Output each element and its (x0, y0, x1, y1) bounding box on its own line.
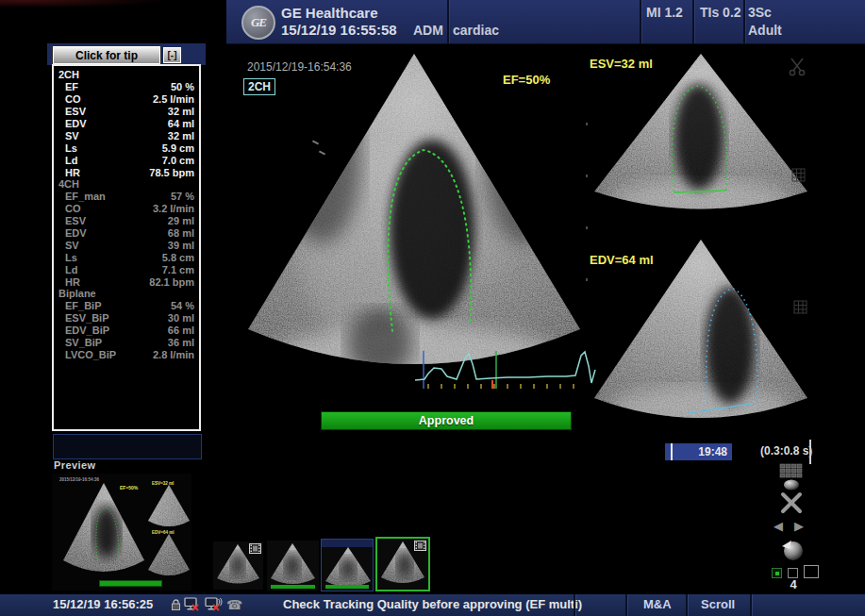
dicom-monitor-offline-icon (205, 597, 225, 612)
network-monitor-offline-icon (184, 597, 200, 612)
patient-type: Adult (748, 23, 782, 38)
study-label: cardiac (453, 23, 499, 38)
measurement-row: CO2.5 l/min (58, 93, 194, 106)
status-divider (625, 594, 627, 616)
scissors-icon[interactable] (788, 57, 807, 77)
header-divider (640, 0, 641, 43)
measurement-section-header: 2CH (58, 69, 194, 81)
measurement-row: CO3.2 l/min (58, 203, 194, 215)
echo-workstation-screen: GE GE Healthcare 15/12/19 16:55:58 ADM c… (0, 0, 865, 616)
probe-value: 3Sc (748, 5, 772, 20)
measurement-row: Ls5.9 cm (58, 142, 194, 154)
keypad-trackball-icon[interactable] (779, 463, 804, 491)
status-bar: 15/12/19 16:56:25 ☎ Check Tracking Quali… (0, 594, 865, 616)
status-datetime: 15/12/19 16:56:25 (53, 597, 153, 611)
preview-ef-label: EF=50% (120, 485, 138, 491)
preview-edv-label: EDV=64 ml (152, 530, 174, 535)
prev-arrow-icon[interactable]: ◀ (774, 519, 783, 533)
scroll-softkey[interactable]: Scroll (701, 597, 735, 611)
measurement-row: SV_BiP36 ml (58, 337, 194, 349)
thumb-approved-bar (271, 585, 314, 589)
grid-icon[interactable] (793, 300, 807, 314)
grid-icon[interactable] (791, 168, 806, 182)
page-number: 4 (784, 577, 803, 591)
preview-approved-bar (99, 580, 162, 587)
clip-thumbnail-4-selected[interactable] (375, 537, 430, 591)
measurement-row: EDV64 ml (58, 118, 194, 130)
edv-value-label: EDV=64 ml (590, 253, 654, 267)
measurement-row: LVCO_BiP2.8 l/min (58, 348, 194, 360)
esv-value-label: ESV=32 ml (590, 57, 653, 71)
film-clip-icon (249, 543, 261, 554)
results-spacer-box (53, 434, 202, 459)
esv-ultrasound-image (587, 50, 815, 225)
layout-selector (772, 565, 819, 578)
depth-marker (586, 226, 588, 229)
measurements-panel: 2CHEF50 %CO2.5 l/minESV32 mlEDV64 mlSV32… (52, 64, 201, 431)
status-message: Check Tracking Quality before approving … (283, 597, 582, 611)
cine-range-cursor[interactable] (809, 440, 811, 464)
status-divider (750, 594, 752, 616)
ge-logo-icon: GE (241, 6, 275, 40)
trackball-icon[interactable] (779, 539, 806, 561)
thumb-approved-bar (325, 585, 368, 589)
cine-position-tick[interactable] (671, 443, 673, 460)
preview-esv-label: ESV=32 ml (152, 481, 174, 486)
measurement-row: Ls5.8 cm (58, 251, 194, 263)
layout-large[interactable] (804, 565, 819, 578)
trace-tick-marks (428, 384, 574, 389)
screen-corner-artifact (0, 0, 160, 8)
cine-progress-bar[interactable]: 19:48 (665, 443, 732, 460)
status-divider (574, 594, 575, 616)
measurement-row: EF_man57 % (58, 191, 194, 203)
cine-time: 19:48 (698, 445, 727, 458)
measurement-row: ESV_BiP30 ml (58, 312, 194, 325)
measurements-list: 2CHEF50 %CO2.5 l/minESV32 mlEDV64 mlSV32… (58, 69, 194, 360)
lock-icon (171, 598, 181, 611)
measurement-row: HR78.5 bpm (58, 166, 194, 178)
ma-softkey[interactable]: M&A (643, 597, 672, 611)
clip-thumbnail-3[interactable] (321, 539, 374, 591)
operator-label: ADM (413, 23, 443, 38)
header-divider (692, 0, 694, 43)
film-clip-icon (414, 541, 426, 551)
cine-range-label: (0.3:0.8 s) (760, 444, 812, 458)
measurement-row: EDV_BiP66 ml (58, 325, 194, 337)
ecg-volume-trace (413, 349, 598, 392)
clip-thumbnail-1[interactable] (213, 541, 263, 590)
approved-button[interactable]: Approved (321, 411, 572, 430)
phone-icon: ☎ (226, 597, 242, 612)
measurement-section-header: Biplane (58, 288, 194, 300)
header-datetime: 15/12/19 16:55:58 (281, 22, 397, 38)
measurement-row: Ld7.0 cm (58, 154, 194, 166)
close-icon[interactable] (779, 491, 804, 514)
preview-thumbnail[interactable]: 2015/12/19-16:54:36 EF=50% ESV=32 ml EDV… (52, 474, 191, 591)
brand-title: GE Healthcare (281, 5, 378, 21)
header-divider (447, 0, 449, 43)
tip-button[interactable]: Click for tip (53, 46, 160, 64)
main-ultrasound-image (239, 50, 590, 397)
measurement-row: ESV32 ml (58, 106, 194, 118)
measurement-row: EDV68 ml (58, 227, 194, 240)
collapse-button[interactable]: [-] (163, 47, 181, 63)
measurement-row: HR82.1 bpm (58, 275, 194, 288)
mi-value: MI 1.2 (646, 5, 683, 20)
measurement-row: EF50 % (58, 81, 194, 93)
measurement-row: SV39 ml (58, 239, 194, 251)
measurement-row: EF_BiP54 % (58, 300, 194, 312)
measurement-row: Ld7.1 cm (58, 263, 194, 275)
next-arrow-icon[interactable]: ▶ (794, 519, 804, 533)
status-divider (686, 594, 688, 616)
measurement-row: ESV29 ml (58, 215, 194, 227)
preview-timestamp: 2015/12/19-16:54:36 (59, 477, 99, 482)
measurement-row: SV32 ml (58, 129, 194, 142)
clip-thumbnail-2[interactable] (267, 541, 319, 591)
layout-small-active[interactable] (772, 568, 782, 578)
preview-label: Preview (54, 459, 95, 471)
measurement-section-header: 4CH (58, 178, 194, 191)
tis-value: TIs 0.2 (700, 5, 741, 20)
header-divider (743, 0, 745, 43)
